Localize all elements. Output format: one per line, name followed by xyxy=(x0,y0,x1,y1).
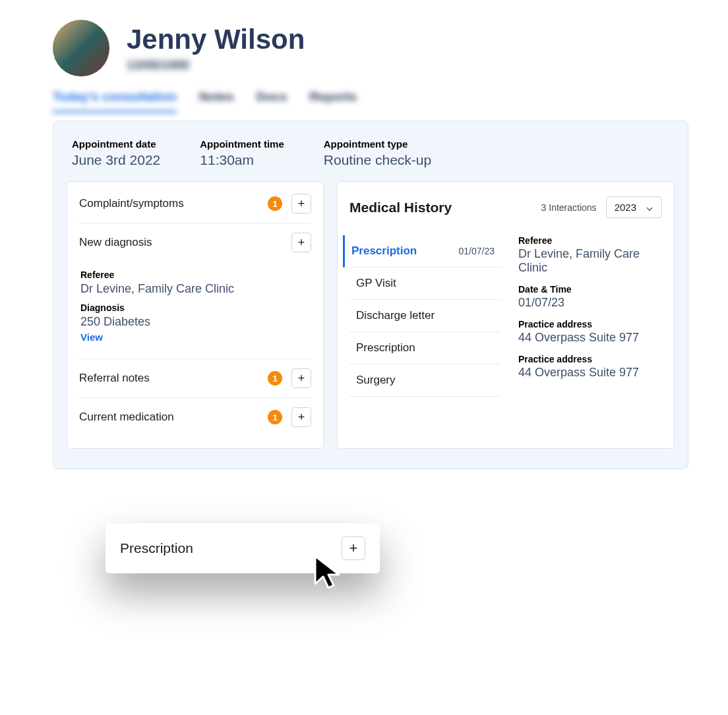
referral-notes-count-badge: 1 xyxy=(268,371,282,386)
cursor-icon xyxy=(310,554,349,593)
new-diagnosis-title: New diagnosis xyxy=(79,236,152,249)
patient-dob: 13/05/1990 xyxy=(127,58,305,72)
plus-icon: + xyxy=(298,236,305,250)
referral-notes-title: Referral notes xyxy=(79,372,150,385)
patient-header-text: Jenny Wilson 13/05/1990 xyxy=(127,24,305,72)
new-diagnosis-section: New diagnosis + xyxy=(79,223,311,262)
current-medication-title: Current medication xyxy=(79,411,174,424)
hd-datetime-value: 01/07/23 xyxy=(518,296,662,310)
history-item-surgery[interactable]: Surgery xyxy=(349,364,501,397)
tab-notes[interactable]: Notes xyxy=(199,90,234,113)
diagnosis-label: Diagnosis xyxy=(80,302,311,313)
history-interactions: 3 Interactions xyxy=(541,202,597,213)
tab-todays-consultation[interactable]: Today's consultation xyxy=(53,90,177,113)
hd-address1-value: 44 Overpass Suite 977 xyxy=(518,331,662,345)
tab-reports[interactable]: Reports xyxy=(309,90,357,113)
complaint-title: Complaint/symptoms xyxy=(79,197,184,210)
prescription-popup-title: Prescription xyxy=(120,540,193,556)
chevron-down-icon xyxy=(646,204,653,212)
consultation-card: Complaint/symptoms 1 + New diagnosis + R xyxy=(67,181,324,449)
history-item-label: Discharge letter xyxy=(356,309,435,322)
year-select[interactable]: 2023 xyxy=(606,196,662,218)
patient-name: Jenny Wilson xyxy=(127,24,305,55)
appointment-type-label: Appointment type xyxy=(324,138,431,150)
history-header: Medical History 3 Interactions 2023 xyxy=(349,191,662,227)
history-item-label: GP Visit xyxy=(356,277,396,290)
appointment-time-label: Appointment time xyxy=(200,138,284,150)
history-item-prescription-2[interactable]: Prescription xyxy=(349,332,501,364)
appointment-date-label: Appointment date xyxy=(72,138,160,150)
current-medication-section: Current medication 1 + xyxy=(79,398,311,436)
history-list: Prescription 01/07/23 GP Visit Discharge… xyxy=(349,235,501,397)
appointment-time-value: 11:30am xyxy=(200,152,284,168)
hd-referee-value: Dr Levine, Family Care Clinic xyxy=(518,247,662,275)
history-item-prescription[interactable]: Prescription 01/07/23 xyxy=(343,235,501,268)
complaint-section: Complaint/symptoms 1 + xyxy=(79,191,311,223)
referee-label: Referee xyxy=(80,270,311,280)
medical-history-card: Medical History 3 Interactions 2023 Pres… xyxy=(337,181,675,449)
new-diagnosis-details: Referee Dr Levine, Family Care Clinic Di… xyxy=(79,262,311,359)
history-item-label: Surgery xyxy=(356,374,396,387)
hd-address1-label: Practice address xyxy=(518,319,662,329)
tabs: Today's consultation Notes Docs Reports xyxy=(0,90,728,113)
appointment-date-block: Appointment date June 3rd 2022 xyxy=(72,138,160,168)
patient-header: Jenny Wilson 13/05/1990 xyxy=(0,0,728,90)
history-item-gp-visit[interactable]: GP Visit xyxy=(349,268,501,300)
hd-address2-label: Practice address xyxy=(518,354,662,364)
history-item-date: 01/07/23 xyxy=(459,246,495,256)
columns: Complaint/symptoms 1 + New diagnosis + R xyxy=(67,181,675,449)
referee-value: Dr Levine, Family Care Clinic xyxy=(80,282,311,296)
history-detail: Referee Dr Levine, Family Care Clinic Da… xyxy=(518,235,662,397)
history-item-label: Prescription xyxy=(351,244,417,258)
history-body: Prescription 01/07/23 GP Visit Discharge… xyxy=(349,227,662,397)
tab-docs[interactable]: Docs xyxy=(257,90,287,113)
appointment-row: Appointment date June 3rd 2022 Appointme… xyxy=(67,134,675,181)
appointment-type-value: Routine check-up xyxy=(324,152,431,168)
year-select-value: 2023 xyxy=(615,202,636,213)
hd-referee-label: Referee xyxy=(518,235,662,246)
appointment-time-block: Appointment time 11:30am xyxy=(200,138,284,168)
plus-icon: + xyxy=(298,197,305,211)
history-title: Medical History xyxy=(349,200,452,215)
history-item-discharge-letter[interactable]: Discharge letter xyxy=(349,300,501,332)
complaint-count-badge: 1 xyxy=(268,196,282,211)
appointment-date-value: June 3rd 2022 xyxy=(72,152,160,168)
current-medication-add-button[interactable]: + xyxy=(291,407,311,427)
plus-icon: + xyxy=(298,411,305,424)
referral-notes-add-button[interactable]: + xyxy=(291,368,311,388)
history-controls: 3 Interactions 2023 xyxy=(541,196,662,218)
complaint-add-button[interactable]: + xyxy=(291,194,311,214)
hd-address2-value: 44 Overpass Suite 977 xyxy=(518,366,662,380)
referral-notes-section: Referral notes 1 + xyxy=(79,359,311,398)
hd-datetime-label: Date & Time xyxy=(518,284,662,295)
diagnosis-view-link[interactable]: View xyxy=(80,331,311,343)
diagnosis-value: 250 Diabetes xyxy=(80,315,311,329)
appointment-type-block: Appointment type Routine check-up xyxy=(324,138,431,168)
history-item-label: Prescription xyxy=(356,341,415,355)
plus-icon: + xyxy=(349,540,358,557)
current-medication-count-badge: 1 xyxy=(268,410,282,424)
consultation-panel: Appointment date June 3rd 2022 Appointme… xyxy=(53,121,688,469)
plus-icon: + xyxy=(298,372,305,386)
avatar xyxy=(53,20,109,76)
new-diagnosis-add-button[interactable]: + xyxy=(291,233,311,252)
